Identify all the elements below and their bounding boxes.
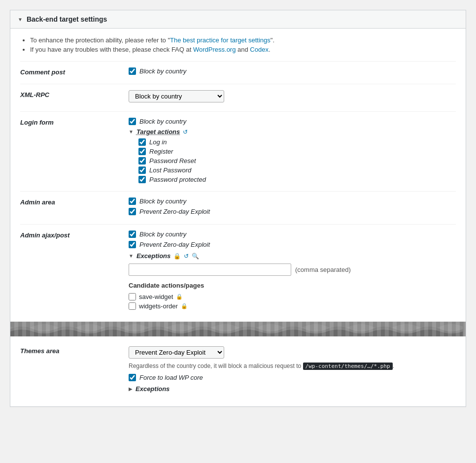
comment-post-label: Comment post bbox=[20, 67, 129, 76]
login-form-controls: Block by country ▼ Target actions ↺ L bbox=[129, 118, 456, 185]
themes-area-select[interactable]: Prevent Zero-day Exploit Block by countr… bbox=[129, 346, 224, 359]
login-form-block-row: Block by country bbox=[129, 118, 456, 125]
xml-rpc-select-row: Block by country Prevent Zero-day Exploi… bbox=[129, 90, 456, 102]
best-practice-link[interactable]: The best practice for target settings bbox=[170, 36, 271, 44]
widgets-order-label[interactable]: widgets-order bbox=[139, 302, 178, 310]
force-load-checkbox[interactable] bbox=[129, 374, 136, 381]
password-reset-label[interactable]: Password Reset bbox=[149, 157, 196, 165]
login-sub-row-login: Log in bbox=[138, 138, 456, 146]
lost-password-label[interactable]: Lost Password bbox=[149, 166, 191, 174]
settings-panel: ▼ Back-end target settings To enhance th… bbox=[10, 10, 466, 407]
login-form-block-checkbox[interactable] bbox=[129, 118, 136, 125]
xml-rpc-select[interactable]: Block by country Prevent Zero-day Exploi… bbox=[129, 90, 224, 102]
admin-area-label: Admin area bbox=[20, 198, 129, 206]
admin-ajax-block-checkbox[interactable] bbox=[129, 231, 136, 238]
register-checkbox[interactable] bbox=[138, 148, 146, 155]
page-container: ▼ Back-end target settings To enhance th… bbox=[0, 0, 476, 463]
admin-area-prevent-row: Prevent Zero-day Exploit bbox=[129, 208, 456, 215]
admin-ajax-prevent-checkbox[interactable] bbox=[129, 241, 136, 248]
admin-ajax-controls: Block by country Prevent Zero-day Exploi… bbox=[129, 231, 456, 312]
login-form-row: Login form Block by country ▼ Target act… bbox=[20, 111, 456, 191]
xml-rpc-row: XML-RPC Block by country Prevent Zero-da… bbox=[20, 84, 456, 111]
info-line-2: If you have any troubles with these, ple… bbox=[30, 46, 456, 53]
password-protected-label[interactable]: Password protected bbox=[149, 176, 206, 183]
themes-prevent-row: Prevent Zero-day Exploit Block by countr… bbox=[129, 346, 456, 359]
login-form-label: Login form bbox=[20, 118, 129, 126]
save-widget-checkbox[interactable] bbox=[129, 293, 136, 300]
admin-ajax-block-label[interactable]: Block by country bbox=[139, 231, 186, 238]
password-protected-checkbox[interactable] bbox=[138, 176, 146, 183]
codex-link[interactable]: Codex bbox=[250, 46, 269, 53]
info-line-1: To enhance the protection ability, pleas… bbox=[30, 36, 456, 44]
themes-exceptions-row[interactable]: ▶ Exceptions bbox=[129, 385, 456, 393]
candidate-widgets-order-row: widgets-order 🔒 bbox=[129, 302, 456, 310]
candidate-title: Candidate actions/pages bbox=[129, 282, 456, 289]
target-actions-header[interactable]: ▼ Target actions ↺ bbox=[129, 128, 456, 135]
admin-ajax-prevent-row: Prevent Zero-day Exploit bbox=[129, 241, 456, 248]
exceptions-refresh-icon[interactable]: ↺ bbox=[184, 253, 189, 260]
save-widget-label[interactable]: save-widget bbox=[139, 293, 173, 300]
exceptions-toggle-icon: ▼ bbox=[129, 253, 134, 259]
panel-body: To enhance the protection ability, pleas… bbox=[10, 29, 466, 406]
themes-exceptions-label: Exceptions bbox=[136, 385, 170, 393]
target-actions-refresh-icon[interactable]: ↺ bbox=[183, 129, 188, 135]
themes-area-controls: Prevent Zero-day Exploit Block by countr… bbox=[129, 346, 456, 393]
xml-rpc-controls: Block by country Prevent Zero-day Exploi… bbox=[129, 90, 456, 105]
admin-ajax-row: Admin ajax/post Block by country Prevent… bbox=[20, 224, 456, 318]
comment-post-block-label[interactable]: Block by country bbox=[139, 67, 186, 75]
comment-post-controls: Block by country bbox=[129, 67, 456, 78]
exceptions-header[interactable]: ▼ Exceptions 🔒 ↺ 🔍 bbox=[129, 252, 456, 260]
admin-area-prevent-checkbox[interactable] bbox=[129, 208, 136, 215]
login-form-block-label[interactable]: Block by country bbox=[139, 118, 186, 125]
target-actions-toggle: ▼ bbox=[129, 129, 134, 134]
register-label[interactable]: Register bbox=[149, 148, 173, 155]
themes-hint-text: Regardless of the country code, it will … bbox=[129, 363, 456, 370]
panel-toggle-icon[interactable]: ▼ bbox=[18, 17, 23, 22]
force-load-label[interactable]: Force to load WP core bbox=[139, 374, 203, 381]
exceptions-input[interactable] bbox=[129, 264, 291, 276]
target-actions-sub-checkboxes: Log in Register Password Reset bbox=[129, 138, 456, 183]
login-label[interactable]: Log in bbox=[149, 138, 167, 146]
panel-header: ▼ Back-end target settings bbox=[10, 10, 466, 29]
exceptions-search-icon[interactable]: 🔍 bbox=[192, 253, 199, 260]
admin-area-block-row: Block by country bbox=[129, 198, 456, 205]
panel-title: Back-end target settings bbox=[27, 15, 107, 23]
themes-exceptions-arrow: ▶ bbox=[129, 386, 133, 392]
lost-password-checkbox[interactable] bbox=[138, 166, 146, 174]
exceptions-lock-icon: 🔒 bbox=[173, 253, 181, 260]
admin-area-block-checkbox[interactable] bbox=[129, 198, 136, 205]
info-section: To enhance the protection ability, pleas… bbox=[20, 36, 456, 53]
exceptions-label: Exceptions bbox=[136, 252, 170, 260]
login-sub-row-password-protected: Password protected bbox=[138, 176, 456, 183]
comma-hint: (comma separated) bbox=[295, 266, 351, 273]
widgets-order-checkbox[interactable] bbox=[129, 302, 136, 310]
exceptions-input-row: (comma separated) bbox=[129, 264, 456, 276]
comment-post-row: Comment post Block by country bbox=[20, 61, 456, 84]
wordpress-org-link[interactable]: WordPress.org bbox=[193, 46, 236, 53]
themes-code-badge: /wp-content/themes/…/*.php bbox=[303, 363, 393, 370]
login-sub-row-register: Register bbox=[138, 148, 456, 155]
widgets-order-lock-icon: 🔒 bbox=[181, 303, 188, 309]
candidate-save-widget-row: save-widget 🔒 bbox=[129, 293, 456, 300]
themes-area-row: Themes area Prevent Zero-day Exploit Blo… bbox=[20, 340, 456, 398]
admin-area-controls: Block by country Prevent Zero-day Exploi… bbox=[129, 198, 456, 218]
exceptions-section: ▼ Exceptions 🔒 ↺ 🔍 (comma separated) Can… bbox=[129, 252, 456, 310]
comment-post-block-row: Block by country bbox=[129, 67, 456, 75]
save-widget-lock-icon: 🔒 bbox=[176, 294, 183, 300]
comment-post-block-checkbox[interactable] bbox=[129, 67, 136, 75]
login-checkbox[interactable] bbox=[138, 138, 146, 146]
admin-area-row: Admin area Block by country Prevent Zero… bbox=[20, 191, 456, 224]
force-load-row: Force to load WP core bbox=[129, 374, 456, 381]
xml-rpc-label: XML-RPC bbox=[20, 90, 129, 99]
themes-area-label: Themes area bbox=[20, 346, 129, 355]
admin-ajax-prevent-label[interactable]: Prevent Zero-day Exploit bbox=[139, 241, 210, 248]
admin-ajax-label: Admin ajax/post bbox=[20, 231, 129, 239]
password-reset-checkbox[interactable] bbox=[138, 157, 146, 165]
target-actions-section: ▼ Target actions ↺ Log in Register bbox=[129, 128, 456, 183]
wave-divider bbox=[10, 322, 466, 336]
target-actions-label: Target actions bbox=[136, 128, 180, 135]
login-sub-row-lost-password: Lost Password bbox=[138, 166, 456, 174]
admin-area-prevent-label[interactable]: Prevent Zero-day Exploit bbox=[139, 208, 210, 215]
admin-area-block-label[interactable]: Block by country bbox=[139, 198, 186, 205]
login-sub-row-password-reset: Password Reset bbox=[138, 157, 456, 165]
